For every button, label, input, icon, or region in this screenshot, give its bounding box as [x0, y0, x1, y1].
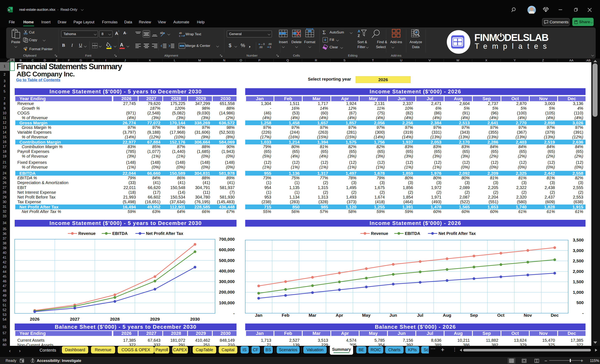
svg-text:Mar: Mar [309, 313, 316, 318]
svg-text:1,000: 1,000 [573, 290, 584, 295]
svg-text:3,500: 3,500 [573, 237, 584, 242]
svg-text:EBITDA: EBITDA [405, 231, 420, 236]
svg-text:Jun: Jun [389, 313, 397, 318]
svg-text:Revenue: Revenue [371, 231, 388, 236]
svg-text:500: 500 [576, 300, 584, 305]
svg-text:Sep: Sep [470, 313, 478, 318]
svg-text:Oct: Oct [497, 313, 505, 318]
svg-text:2,500: 2,500 [573, 258, 584, 263]
svg-text:May: May [362, 313, 371, 318]
svg-text:Dec: Dec [551, 313, 559, 318]
svg-text:2,000: 2,000 [573, 269, 584, 274]
svg-text:-: - [582, 311, 584, 315]
svg-text:3,000: 3,000 [573, 248, 584, 253]
svg-text:Jan: Jan [255, 313, 262, 318]
svg-text:Jul: Jul [417, 313, 423, 318]
svg-text:1,500: 1,500 [573, 279, 584, 284]
svg-text:Aug: Aug [443, 313, 451, 318]
svg-text:Feb: Feb [282, 313, 290, 318]
svg-text:Nov: Nov [524, 313, 532, 318]
svg-text:Net Profit After Tax: Net Profit After Tax [439, 231, 476, 236]
svg-text:Apr: Apr [336, 313, 343, 318]
